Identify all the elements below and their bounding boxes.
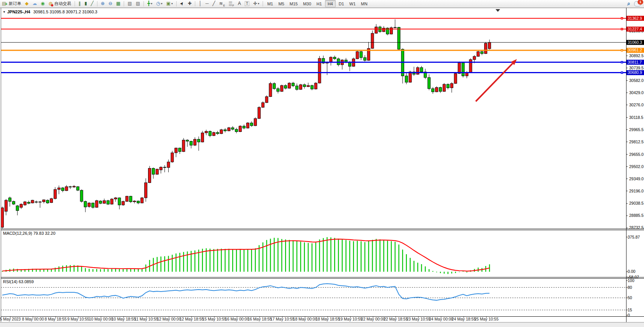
vertical-line-icon: │: [199, 0, 202, 7]
line-chart-button[interactable]: ╱: [89, 0, 95, 7]
svg-text:24 May 18:55: 24 May 18:55: [452, 317, 476, 321]
macd-pane-label: MACD(12,26,9) 79.83 32.20: [3, 231, 56, 236]
svg-text:10 May 18:55: 10 May 18:55: [112, 317, 136, 321]
data-window-icon-icon: ☁: [32, 0, 37, 7]
text-label-button[interactable]: T: [243, 0, 251, 7]
svg-text:8 May 00:00: 8 May 00:00: [22, 317, 44, 321]
arrows-icon: ✢: [253, 0, 257, 7]
chevron-down-icon: ▾: [258, 2, 259, 5]
timeframe-h1[interactable]: H1: [314, 0, 324, 7]
svg-text:15 May 10:55: 15 May 10:55: [202, 317, 226, 321]
crosshair-icon: ✚: [188, 0, 191, 7]
toolbar-separator: [176, 1, 177, 6]
templates-button[interactable]: ▣▾: [165, 0, 174, 7]
profiles-button[interactable]: ▨: [134, 0, 142, 7]
svg-text:31362.9: 31362.9: [628, 16, 642, 21]
svg-text:29965.5: 29965.5: [629, 127, 644, 132]
main-toolbar: ▤+新订单◆☁◉◍自动交易∥▮╱⊕⊖▦▧▨╋▾◷▾▣▾➤✚│─╱≋E▒FAT✢▾…: [0, 0, 644, 8]
svg-text:30118.5: 30118.5: [629, 115, 643, 120]
candle-chart-icon: ▮: [84, 0, 87, 7]
horizontal-line-button[interactable]: ─: [204, 0, 210, 7]
svg-text:100: 100: [628, 278, 634, 283]
profiles-icon: ▨: [136, 0, 140, 7]
svg-text:29502.0: 29502.0: [629, 164, 644, 169]
svg-text:30892.5: 30892.5: [629, 53, 644, 58]
channels-icon: ▒: [229, 0, 232, 7]
svg-text:16 May 00:00: 16 May 00:00: [225, 317, 249, 321]
arrows-button[interactable]: ✢▾: [252, 0, 261, 7]
timeframe-m15[interactable]: M15: [287, 0, 300, 7]
market-watch-icon[interactable]: ◆: [24, 0, 30, 7]
channels-button[interactable]: ▒F: [227, 0, 236, 7]
application-window: ▤+新订单◆☁◉◍自动交易∥▮╱⊕⊖▦▧▨╋▾◷▾▣▾➤✚│─╱≋E▒FAT✢▾…: [0, 0, 644, 327]
svg-text:30429.0: 30429.0: [629, 90, 644, 95]
notification-badge: 1: [638, 0, 643, 5]
timeframe-h4[interactable]: H4: [325, 0, 336, 7]
chart-canvas[interactable]: 31356.031203.031050.030892.530739.530582…: [0, 7, 644, 327]
svg-text:30811.7: 30811.7: [628, 60, 642, 64]
timeframe-m30[interactable]: M30: [301, 0, 313, 7]
chevron-down-icon: ▾: [171, 2, 173, 5]
timeframe-m1[interactable]: M1: [265, 0, 275, 7]
new-order-button[interactable]: ▤+新订单: [0, 0, 23, 7]
svg-text:30680.9: 30680.9: [628, 70, 642, 75]
search-icon[interactable]: ⌕: [627, 0, 630, 7]
toolbar-separator: [124, 1, 124, 6]
timeframe-m5[interactable]: M5: [276, 0, 286, 7]
signals-icon-icon: ◉: [41, 0, 45, 7]
svg-text:31227.4: 31227.4: [628, 27, 642, 31]
svg-text:30582.0: 30582.0: [629, 78, 644, 83]
svg-text:9 May 10:55: 9 May 10:55: [67, 317, 89, 321]
fibonacci-icon: ≋: [219, 0, 223, 7]
svg-text:80: 80: [628, 285, 632, 290]
fibonacci-button[interactable]: ≋E: [217, 0, 226, 7]
svg-text:30739.5: 30739.5: [629, 66, 644, 70]
line-chart-icon: ╱: [91, 0, 94, 7]
cursor-button[interactable]: ➤: [179, 0, 185, 7]
tile-windows-button[interactable]: ▦: [115, 0, 122, 7]
trendline-icon: ╱: [212, 0, 215, 7]
svg-text:24 May 00:00: 24 May 00:00: [429, 317, 453, 321]
svg-text:28885.5: 28885.5: [629, 213, 644, 218]
bar-chart-icon: ∥: [78, 0, 81, 7]
chart-window[interactable]: 31356.031203.031050.030892.530739.530582…: [0, 7, 644, 327]
svg-text:29349.0: 29349.0: [629, 176, 644, 181]
zoom-in-icon: ⊕: [101, 0, 105, 7]
timeframe-d1[interactable]: D1: [336, 0, 346, 7]
candle-chart-button[interactable]: ▮: [83, 0, 89, 7]
signals-icon[interactable]: ◉: [39, 0, 46, 7]
toolbar-separator: [195, 1, 195, 6]
svg-text:29196.0: 29196.0: [629, 189, 644, 193]
svg-text:30276.0: 30276.0: [629, 103, 644, 107]
trendline-button[interactable]: ╱: [211, 0, 217, 7]
zoom-out-icon: ⊖: [108, 0, 112, 7]
notifications-icon[interactable]: 1: [634, 1, 641, 6]
zoom-out-button[interactable]: ⊖: [107, 0, 114, 7]
svg-text:18 May 00:00: 18 May 00:00: [293, 317, 317, 321]
svg-text:29038.5: 29038.5: [629, 201, 644, 205]
indicators-button[interactable]: ╋▾: [146, 0, 154, 7]
svg-text:19 May 10:55: 19 May 10:55: [338, 317, 363, 321]
symbol-dropdown-icon[interactable]: ▼: [3, 10, 6, 14]
data-window-icon[interactable]: ☁: [31, 0, 38, 7]
crosshair-button[interactable]: ✚: [186, 0, 193, 7]
vertical-line-button[interactable]: │: [197, 0, 203, 7]
new-chart-button[interactable]: ▧: [126, 0, 133, 7]
svg-text:50: 50: [628, 295, 632, 300]
bar-chart-button[interactable]: ∥: [77, 0, 82, 7]
timeframe-mn[interactable]: MN: [359, 0, 370, 7]
icon-subscript: F: [233, 4, 234, 7]
timeframe-w1[interactable]: W1: [347, 0, 358, 7]
svg-text:5 May 2023: 5 May 2023: [0, 317, 21, 321]
autotrading-button[interactable]: ◍自动交易: [47, 0, 73, 7]
icon-subscript: E: [223, 4, 225, 7]
tile-windows-icon: ▦: [116, 0, 120, 7]
periods-button[interactable]: ◷▾: [155, 0, 164, 7]
svg-text:29655.0: 29655.0: [629, 152, 644, 157]
toolbar-separator: [75, 1, 75, 6]
zoom-in-button[interactable]: ⊕: [99, 0, 106, 7]
toolbar-button-strip: ▤+新订单◆☁◉◍自动交易∥▮╱⊕⊖▦▧▨╋▾◷▾▣▾➤✚│─╱≋E▒FAT✢▾…: [0, 0, 370, 7]
svg-text:10 May 00:00: 10 May 00:00: [89, 317, 113, 321]
text-button[interactable]: A: [236, 0, 242, 7]
horizontal-scrollbar-area[interactable]: [0, 322, 644, 327]
